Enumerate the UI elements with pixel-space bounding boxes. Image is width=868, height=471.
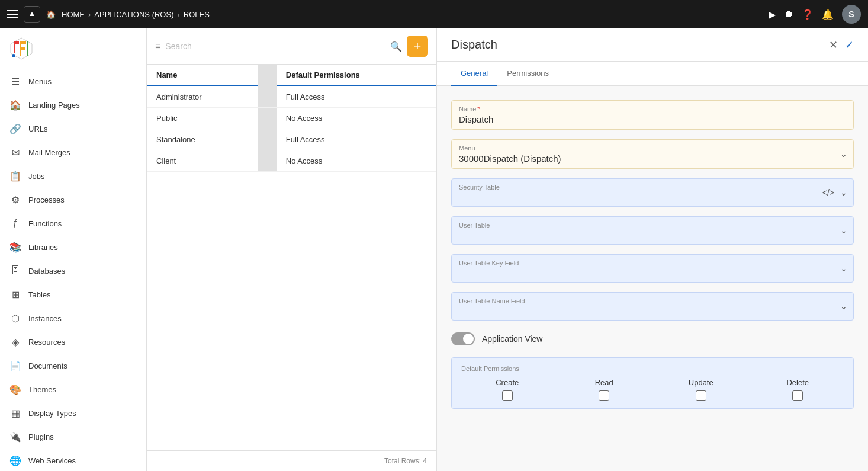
security-table-dropdown-icon[interactable]: ⌄ (840, 188, 847, 197)
sidebar-item-display-types[interactable]: ▦ Display Types (0, 401, 146, 425)
sidebar-item-landing-pages[interactable]: 🏠 Landing Pages (0, 93, 146, 117)
sidebar-item-mail-merges[interactable]: ✉ Mail Merges (0, 140, 146, 164)
menu-value: 30000Dispatch (Dispatch) (459, 153, 846, 164)
sidebar-item-tables[interactable]: ⊞ Tables (0, 283, 146, 306)
mail-merges-icon: ✉ (9, 146, 21, 158)
notification-button[interactable]: 🔔 (822, 9, 834, 20)
sidebar-item-jobs[interactable]: 📋 Jobs (0, 164, 146, 188)
breadcrumb-sep2: › (177, 10, 179, 19)
sidebar-item-tables-label: Tables (28, 290, 51, 299)
name-input[interactable] (459, 114, 846, 124)
sidebar-item-databases-label: Databases (28, 267, 65, 275)
up-button[interactable] (24, 6, 40, 23)
sidebar-item-menus[interactable]: ☰ Menus (0, 69, 146, 93)
perm-read: Read (558, 378, 651, 401)
user-table-dropdown-icon[interactable]: ⌄ (840, 226, 847, 235)
col-name: Name (147, 65, 258, 86)
breadcrumb-applications[interactable]: APPLICATIONS (ROS) (94, 10, 173, 19)
perm-delete-checkbox[interactable] (792, 390, 803, 401)
table-container: Name Default Permissions Administrator F… (147, 65, 436, 450)
user-table-name-label: User Table Name Field (459, 297, 846, 305)
save-check-button[interactable]: ✓ (845, 39, 854, 52)
cell-divider (258, 86, 277, 108)
sidebar-item-plugins-label: Plugins (28, 432, 54, 441)
breadcrumb: 🏠 HOME › APPLICATIONS (ROS) › ROLES (46, 10, 210, 19)
table-row[interactable]: Public No Access (147, 108, 436, 129)
sidebar-item-documents-label: Documents (28, 361, 67, 370)
sidebar-item-urls-label: URLs (28, 124, 48, 133)
search-input[interactable] (165, 41, 385, 51)
tab-general[interactable]: General (451, 62, 497, 86)
user-table-label: User Table (459, 222, 846, 229)
tab-permissions[interactable]: Permissions (497, 62, 558, 86)
sidebar-item-databases[interactable]: 🗄 Databases (0, 259, 146, 283)
menus-icon: ☰ (9, 75, 21, 87)
cell-name: Client (147, 150, 258, 172)
sidebar-item-instances[interactable]: ⬡ Instances (0, 306, 146, 330)
sidebar-item-resources[interactable]: ◈ Resources (0, 330, 146, 354)
search-bar: ≡ 🔍 + (147, 28, 436, 65)
sidebar-item-themes[interactable]: 🎨 Themes (0, 377, 146, 401)
landing-pages-icon: 🏠 (9, 99, 21, 111)
jobs-icon: 📋 (9, 170, 21, 182)
table-row[interactable]: Standalone Full Access (147, 129, 436, 150)
instances-icon: ⬡ (9, 312, 21, 324)
sidebar-item-urls[interactable]: 🔗 URLs (0, 117, 146, 140)
table-row[interactable]: Client No Access (147, 150, 436, 172)
perm-create-checkbox[interactable] (502, 390, 513, 401)
sidebar-item-mail-merges-label: Mail Merges (28, 148, 70, 157)
user-table-key-dropdown-icon[interactable]: ⌄ (840, 264, 847, 273)
user-table-name-dropdown-icon[interactable]: ⌄ (840, 302, 847, 311)
sidebar-item-plugins[interactable]: 🔌 Plugins (0, 425, 146, 448)
menu-dropdown-icon[interactable]: ⌄ (840, 149, 847, 159)
cell-name: Public (147, 108, 258, 129)
help-button[interactable]: ❓ (802, 9, 814, 20)
sidebar-item-libraries[interactable]: 📚 Libraries (0, 235, 146, 259)
search-mag-icon[interactable]: 🔍 (390, 41, 402, 52)
add-button[interactable]: + (407, 36, 428, 57)
cell-divider (258, 129, 277, 150)
sidebar-item-display-types-label: Display Types (28, 409, 76, 418)
play-button[interactable]: ▶ (769, 9, 776, 20)
sidebar-logo (0, 28, 146, 69)
hamburger-menu[interactable] (7, 10, 18, 18)
sidebar-item-documents[interactable]: 📄 Documents (0, 354, 146, 377)
right-panel: Dispatch ✕ ✓ General Permissions Name * … (437, 28, 868, 471)
right-header-actions: ✕ ✓ (829, 39, 854, 52)
tabs: General Permissions (437, 62, 868, 86)
perm-create: Create (461, 378, 554, 401)
perm-update-checkbox[interactable] (696, 390, 706, 401)
toggle-knob (463, 334, 474, 344)
sidebar-item-web-services[interactable]: 🌐 Web Services (0, 448, 146, 471)
table-row[interactable]: Administrator Full Access (147, 86, 436, 108)
table-footer: Total Rows: 4 (147, 450, 436, 471)
home-icon: 🏠 (46, 10, 56, 19)
app-view-label: Application View (482, 334, 542, 344)
breadcrumb-home[interactable]: HOME (62, 10, 85, 19)
avatar[interactable]: S (842, 5, 861, 24)
sidebar-item-processes[interactable]: ⚙ Processes (0, 188, 146, 212)
right-header: Dispatch ✕ ✓ (437, 28, 868, 62)
security-table-field: Security Table </> ⌄ (451, 178, 854, 207)
sidebar-item-functions-label: Functions (28, 219, 62, 228)
close-button[interactable]: ✕ (829, 39, 838, 52)
sidebar-item-functions[interactable]: ƒ Functions (0, 212, 146, 235)
middle-panel: ≡ 🔍 + Name Default Permissions Administr… (147, 28, 437, 471)
app-view-toggle[interactable] (451, 332, 475, 345)
right-title: Dispatch (451, 38, 829, 52)
security-table-code-icon[interactable]: </> (822, 188, 834, 197)
record-button[interactable]: ⏺ (784, 9, 793, 20)
filter-icon[interactable]: ≡ (155, 41, 160, 52)
breadcrumb-roles[interactable]: ROLES (184, 10, 210, 19)
menu-field: Menu 30000Dispatch (Dispatch) ⌄ (451, 139, 854, 169)
topbar-right: ▶ ⏺ ❓ 🔔 S (769, 5, 861, 24)
perm-update-label: Update (689, 378, 713, 387)
permissions-box: Default Permissions Create Read Update (451, 357, 854, 409)
perm-delete: Delete (752, 378, 844, 401)
sidebar-item-web-services-label: Web Services (28, 456, 76, 465)
perm-read-checkbox[interactable] (599, 390, 609, 401)
sidebar-item-processes-label: Processes (28, 196, 65, 204)
cell-name: Administrator (147, 86, 258, 108)
table-body: Administrator Full Access Public No Acce… (147, 86, 436, 172)
col-permissions: Default Permissions (277, 65, 436, 86)
